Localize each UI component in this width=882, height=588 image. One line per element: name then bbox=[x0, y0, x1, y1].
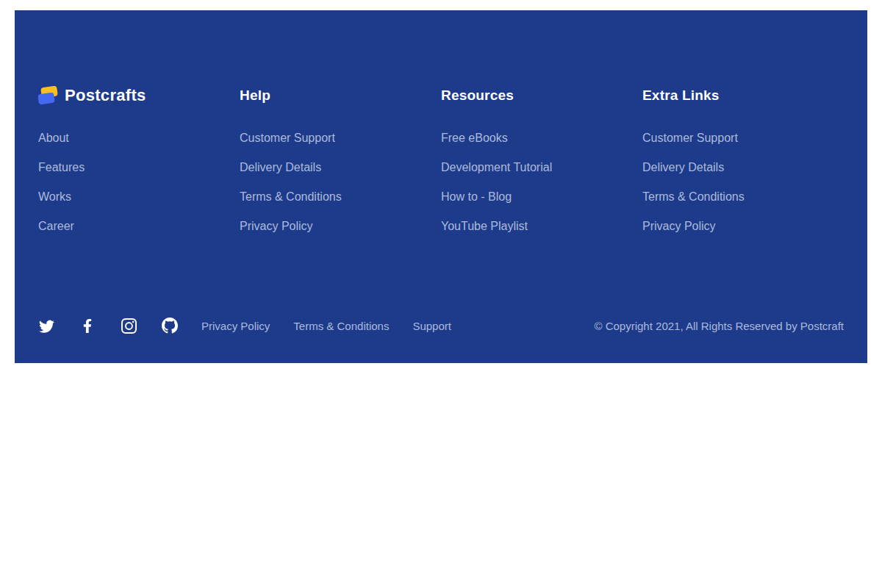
social-links bbox=[38, 318, 178, 334]
extra-link-delivery-details[interactable]: Delivery Details bbox=[642, 161, 724, 173]
help-link-privacy-policy[interactable]: Privacy Policy bbox=[240, 220, 313, 232]
footer-col-resources: Resources Free eBooks Development Tutori… bbox=[441, 87, 642, 233]
footer: Postcrafts About Features Works Career H… bbox=[15, 10, 867, 363]
copyright-text: © Copyright 2021, All Rights Reserved by… bbox=[594, 320, 844, 332]
footer-inner: Postcrafts About Features Works Career H… bbox=[15, 10, 867, 363]
twitter-icon[interactable] bbox=[38, 318, 54, 334]
facebook-icon[interactable] bbox=[79, 318, 96, 334]
bottom-link-terms-conditions[interactable]: Terms & Conditions bbox=[293, 320, 389, 332]
resources-link-youtube-playlist[interactable]: YouTube Playlist bbox=[441, 220, 528, 232]
brand-links: About Features Works Career bbox=[38, 131, 240, 233]
extra-link-terms-conditions[interactable]: Terms & Conditions bbox=[642, 190, 745, 203]
postcrafts-logo-icon bbox=[38, 86, 58, 106]
extra-link-privacy-policy[interactable]: Privacy Policy bbox=[642, 220, 716, 232]
github-icon[interactable] bbox=[162, 318, 178, 334]
footer-link-features[interactable]: Features bbox=[38, 161, 85, 173]
column-title-help: Help bbox=[240, 87, 441, 104]
help-link-customer-support[interactable]: Customer Support bbox=[240, 132, 335, 144]
resources-link-how-to-blog[interactable]: How to - Blog bbox=[441, 190, 512, 203]
brand-name: Postcrafts bbox=[65, 86, 146, 105]
help-link-terms-conditions[interactable]: Terms & Conditions bbox=[240, 190, 342, 203]
footer-col-extra-links: Extra Links Customer Support Delivery De… bbox=[642, 87, 844, 233]
footer-link-career[interactable]: Career bbox=[38, 220, 74, 232]
footer-col-brand: Postcrafts About Features Works Career bbox=[38, 87, 240, 233]
help-links: Customer Support Delivery Details Terms … bbox=[240, 131, 441, 233]
footer-link-works[interactable]: Works bbox=[38, 190, 71, 203]
column-title-resources: Resources bbox=[441, 87, 642, 104]
bottom-link-privacy-policy[interactable]: Privacy Policy bbox=[201, 320, 270, 332]
footer-col-help: Help Customer Support Delivery Details T… bbox=[240, 87, 441, 233]
footer-link-about[interactable]: About bbox=[38, 132, 69, 144]
resources-links: Free eBooks Development Tutorial How to … bbox=[441, 131, 642, 233]
resources-link-development-tutorial[interactable]: Development Tutorial bbox=[441, 161, 552, 173]
logo-blue-card bbox=[37, 92, 55, 104]
brand-logo[interactable]: Postcrafts bbox=[38, 87, 146, 104]
resources-link-free-ebooks[interactable]: Free eBooks bbox=[441, 132, 508, 144]
extra-links: Customer Support Delivery Details Terms … bbox=[642, 131, 844, 233]
help-link-delivery-details[interactable]: Delivery Details bbox=[240, 161, 321, 173]
column-title-extra-links: Extra Links bbox=[642, 87, 844, 104]
footer-bottom-bar: Privacy Policy Terms & Conditions Suppor… bbox=[38, 318, 844, 334]
instagram-icon[interactable] bbox=[121, 318, 137, 334]
extra-link-customer-support[interactable]: Customer Support bbox=[642, 132, 738, 144]
bottom-legal-links: Privacy Policy Terms & Conditions Suppor… bbox=[201, 320, 451, 332]
footer-columns: Postcrafts About Features Works Career H… bbox=[38, 87, 844, 233]
bottom-link-support[interactable]: Support bbox=[412, 320, 451, 332]
